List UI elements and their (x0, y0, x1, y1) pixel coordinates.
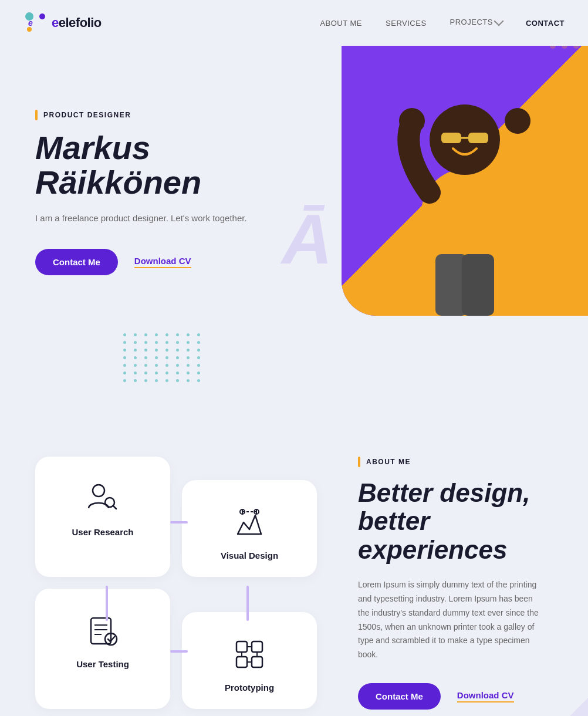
svg-rect-38 (252, 657, 262, 667)
hero-person-image (377, 46, 553, 316)
connector-h-bottom (170, 650, 188, 653)
services-cards: User Research Visual Design (35, 457, 317, 709)
about-description: Lorem Ipsum is simply dummy text of the … (358, 578, 541, 662)
nav-contact[interactable]: CONTACT (526, 19, 565, 28)
spacer-1 (0, 339, 588, 410)
deco-triangle (541, 698, 588, 716)
connector-h-top (170, 521, 188, 524)
about-download-link[interactable]: Download CV (457, 690, 514, 703)
hero-actions: Contact Me Download CV (35, 249, 317, 275)
hero-tag: PRODUCT DESIGNER (35, 110, 317, 120)
about-tag-text: ABOUT ME (366, 458, 411, 466)
hero-subtitle: I am a freelance product designer. Let's… (35, 212, 317, 225)
services-about-section: User Research Visual Design (0, 410, 588, 716)
nav-about[interactable]: ABOUT ME (320, 19, 362, 28)
svg-point-1 (39, 13, 45, 19)
svg-point-22 (93, 485, 104, 497)
main-nav: e eelefolio ABOUT ME SERVICES PROJECTS C… (0, 0, 588, 46)
hero-download-link[interactable]: Download CV (134, 256, 191, 268)
svg-point-19 (505, 108, 530, 134)
hero-tag-text: PRODUCT DESIGNER (43, 111, 131, 119)
service-label-user-testing: User Testing (76, 659, 129, 669)
about-section: ABOUT ME Better design, better experienc… (334, 457, 565, 710)
dots-grid-decoration (123, 333, 203, 382)
about-tag-line-decoration (358, 457, 360, 467)
about-contact-button[interactable]: Contact Me (358, 683, 441, 710)
about-title: Better design, better experiences (358, 479, 541, 564)
svg-point-14 (430, 104, 500, 175)
tag-line-decoration (35, 110, 38, 120)
svg-rect-15 (441, 133, 461, 143)
service-label-prototyping: Prototyping (225, 683, 274, 693)
prototyping-icon (231, 636, 268, 673)
svg-rect-21 (462, 254, 494, 316)
hero-section: PRODUCT DESIGNER Markus Räikkönen I am a… (0, 46, 588, 339)
hero-content: PRODUCT DESIGNER Markus Räikkönen I am a… (0, 46, 340, 339)
nav-projects[interactable]: PROJECTS (450, 18, 502, 26)
svg-text:e: e (28, 18, 33, 28)
user-testing-icon (84, 612, 121, 650)
logo-icon: e (23, 11, 48, 35)
logo-text: eelefolio (52, 15, 102, 31)
connector-v-left (106, 586, 108, 621)
user-research-icon (84, 480, 121, 518)
svg-line-24 (113, 506, 117, 509)
service-label-user-research: User Research (72, 527, 133, 537)
service-card-visual-design: Visual Design (182, 480, 317, 577)
about-actions: Contact Me Download CV (358, 683, 541, 710)
visual-design-icon (231, 504, 268, 541)
svg-rect-37 (236, 657, 247, 667)
svg-point-2 (27, 27, 32, 32)
logo[interactable]: e eelefolio (23, 11, 102, 35)
service-label-visual-design: Visual Design (221, 550, 278, 560)
nav-services[interactable]: SERVICES (386, 19, 427, 28)
hero-contact-button[interactable]: Contact Me (35, 249, 118, 275)
svg-rect-16 (468, 133, 488, 143)
services-grid-wrapper: User Research Visual Design (35, 457, 317, 709)
svg-rect-36 (252, 641, 262, 652)
service-card-user-research: User Research (35, 457, 170, 577)
hero-title: Markus Räikkönen (35, 131, 317, 200)
svg-point-18 (399, 108, 425, 134)
service-card-user-testing: User Testing (35, 589, 170, 709)
svg-rect-35 (236, 641, 247, 652)
hero-image-panel (342, 11, 588, 316)
chevron-down-icon (494, 16, 503, 26)
about-tag: ABOUT ME (358, 457, 541, 467)
nav-links: ABOUT ME SERVICES PROJECTS CONTACT (320, 18, 565, 28)
connector-v-right (246, 586, 249, 621)
service-card-prototyping: Prototyping (182, 612, 317, 709)
